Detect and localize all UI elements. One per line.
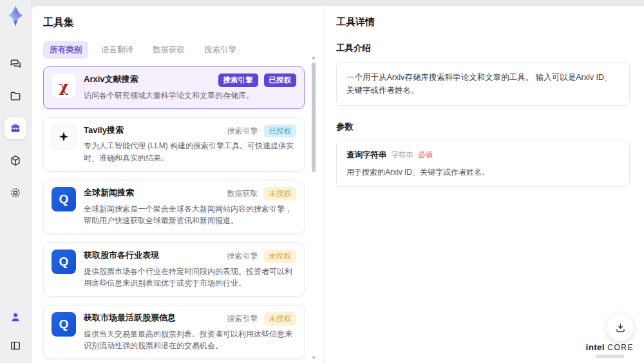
brand-subtext-bar [596,355,624,358]
arxiv-icon: χ [52,74,76,98]
search-q-icon: Q [52,250,76,274]
download-icon [614,322,627,334]
tools-list: χ Arxiv文献搜索 搜索引擎 已授权 访问各个研究领域大量科学论文和文章的存… [43,66,324,363]
gear-icon [9,186,22,199]
core-wordmark: CORE [607,343,634,352]
category-tag: 搜索引擎 [227,251,258,262]
auth-badge: 已授权 [264,124,297,138]
scroll-down-arrow[interactable]: ▼ [311,355,316,360]
param-desc: 用于搜索的Arxiv ID、关键字或作者姓名。 [346,166,620,178]
auth-badge: 未授权 [264,312,297,326]
params-heading: 参数 [336,121,630,133]
tool-name: 获取市场最活跃股票信息 [84,312,176,324]
intel-core-logo: intel CORE [586,341,634,358]
category-tag: 数据获取 [227,188,258,199]
param-box: 查询字符串 字符串 必填 用于搜索的Arxiv ID、关键字或作者姓名。 [336,141,630,187]
tool-detail-pane: 工具详情 工具介绍 一个用于从Arxiv存储库搜索科学论文和文章的工具。 输入可… [325,6,644,363]
main-panel: 工具集 所有类别 语言翻译 数据获取 搜索引擎 χ Arxiv文献搜索 搜索引擎 [31,5,644,363]
auth-badge: 已授权 [264,74,297,87]
intro-box: 一个用于从Arxiv存储库搜索科学论文和文章的工具。 输入可以是Arxiv ID… [336,62,630,106]
tab-language-translation[interactable]: 语言翻译 [95,41,140,59]
panel-layout-icon [9,339,22,352]
sidebar [0,0,31,363]
search-q-icon: Q [52,187,76,211]
toolbox-icon [9,122,22,135]
tool-desc: 提供当天交易量最高的股票列表。投资者可以利用这些信息来识别流动性强的股票和潜在的… [84,328,296,352]
tool-name: Arxiv文献搜索 [84,74,138,85]
chat-icon [9,57,22,70]
app-window: 工具集 所有类别 语言翻译 数据获取 搜索引擎 χ Arxiv文献搜索 搜索引擎 [0,0,644,363]
tab-data-fetch[interactable]: 数据获取 [146,41,191,59]
tab-search-engine[interactable]: 搜索引擎 [198,41,243,59]
collapse-sidebar-button[interactable] [5,335,26,357]
scroll-up-arrow[interactable]: ▲ [311,55,316,60]
user-avatar[interactable] [5,306,26,328]
auth-badge: 未授权 [264,250,297,263]
tool-desc: 提供股票市场各个行业在特定时间段内的表现。投资者可以利用这些信息来识别表现优于或… [84,266,296,289]
tool-card[interactable]: Q 获取市场最活跃股票信息 搜索引擎 未授权 提供当天交易量最高的股票列表。投资… [43,305,305,359]
tool-card[interactable]: Tavily搜索 搜索引擎 已授权 专为人工智能代理 (LLM) 构建的搜索引擎… [43,117,305,172]
sidebar-item-files[interactable] [5,85,26,107]
param-name: 查询字符串 [346,150,387,161]
category-tag: 搜索引擎 [227,313,258,324]
tool-card[interactable]: Q 获取股市各行业表现 搜索引擎 未授权 提供股票市场各个行业在特定时间段内的表… [43,242,305,297]
list-scrollbar[interactable]: ▲ ▼ [311,54,316,363]
tool-card[interactable]: χ Arxiv文献搜索 搜索引擎 已授权 访问各个研究领域大量科学论文和文章的存… [43,66,305,109]
intel-wordmark: intel [586,342,605,352]
cube-icon [9,154,22,167]
scrollbar-thumb[interactable] [312,63,316,172]
sidebar-item-toolbox[interactable] [5,117,26,139]
tool-desc: 访问各个研究领域大量科学论文和文章的存储库。 [84,90,296,102]
tool-name: 全球新闻搜索 [84,187,134,199]
app-logo-icon [6,5,25,27]
category-tag: 搜索引擎 [227,126,258,137]
tool-card[interactable]: Q 全球新闻搜索 数据获取 未授权 全球新闻搜索是一个聚合全球各大新闻网站内容的… [43,180,305,234]
tool-desc: 专为人工智能代理 (LLM) 构建的搜索引擎工具。可快速提供实时、准确和真实的结… [84,140,296,164]
param-type: 字符串 [392,150,414,160]
sidebar-item-chat[interactable] [5,53,26,75]
download-button[interactable] [607,314,634,341]
tools-list-pane: 工具集 所有类别 语言翻译 数据获取 搜索引擎 χ Arxiv文献搜索 搜索引擎 [32,6,325,363]
sidebar-item-settings[interactable] [5,182,26,204]
page-title: 工具集 [43,16,324,30]
category-tag: 搜索引擎 [218,74,258,87]
tool-name: Tavily搜索 [84,124,124,136]
intro-text: 一个用于从Arxiv存储库搜索科学论文和文章的工具。 输入可以是Arxiv ID… [346,71,620,97]
category-tabs: 所有类别 语言翻译 数据获取 搜索引擎 [43,41,324,59]
intro-heading: 工具介绍 [336,43,630,54]
detail-title: 工具详情 [336,16,630,28]
sidebar-item-packages[interactable] [5,150,26,172]
search-q-icon: Q [52,312,76,337]
param-required-badge: 必填 [418,150,433,160]
tool-name: 获取股市各行业表现 [84,250,159,261]
sparkle-icon [52,124,76,149]
auth-badge: 未授权 [264,187,297,201]
folder-icon [9,90,22,103]
tab-all-categories[interactable]: 所有类别 [43,41,88,59]
person-icon [9,311,22,324]
tool-desc: 全球新闻搜索是一个聚合全球各大新闻网站内容的搜索引擎，帮助用户快速获取全球最新资… [84,203,296,227]
